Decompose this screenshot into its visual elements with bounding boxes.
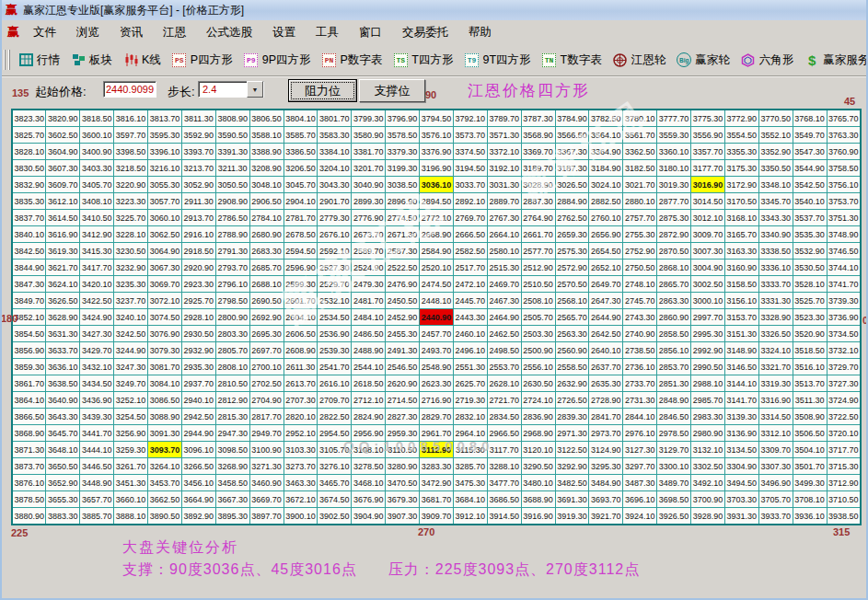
menu-item-0[interactable]: 文件 (23, 22, 66, 43)
grid-cell: 3780.10 (623, 110, 657, 127)
grid-cell: 2613.70 (284, 375, 318, 392)
toolbar-button-winner-wheel[interactable]: Big赢家轮 (677, 52, 730, 68)
menu-item-1[interactable]: 浏览 (66, 22, 110, 43)
menu-item-4[interactable]: 公式选股 (196, 22, 262, 43)
toolbar-button-sectors[interactable]: 板块 (71, 52, 112, 68)
support-button[interactable]: 支撑位 (359, 79, 425, 102)
grid-cell: 3808.90 (215, 110, 249, 127)
grid-cell: 3892.90 (181, 508, 215, 525)
grid-cell: 3211.30 (215, 160, 249, 177)
grid-cell: 3199.30 (386, 160, 420, 177)
grid-cell: 2937.70 (181, 375, 215, 392)
menu-item-5[interactable]: 设置 (262, 22, 306, 43)
toolbar-button-t-table[interactable]: TNT数字表 (542, 52, 602, 68)
grid-cell: 3600.10 (80, 127, 114, 144)
grid-cell: 2702.50 (249, 375, 284, 392)
grid-cell: 3110.50 (386, 442, 420, 458)
grid-cell: 3520.90 (793, 326, 827, 342)
grid-cell: 2920.90 (181, 260, 215, 276)
grid-cell: 3554.50 (724, 127, 758, 144)
toolbar-label-t-table: T数字表 (561, 52, 602, 68)
step-combobox[interactable]: 2.4 ▼ (198, 81, 264, 98)
grid-cell: 3004.90 (691, 260, 725, 276)
grid-cell: 2666.50 (453, 226, 487, 243)
grid-cell: 3861.70 (12, 375, 46, 392)
grid-cell: 3559.30 (657, 127, 691, 144)
grid-cell: 3465.70 (318, 475, 352, 491)
grid-cell: 3756.10 (827, 177, 861, 193)
toolbar-button-kline[interactable]: K线 (123, 52, 161, 68)
grid-cell: 3492.10 (691, 475, 725, 491)
grid-cell: 2740.90 (623, 326, 657, 342)
toolbar-button-9p-square[interactable]: P99P四方形 (244, 52, 311, 68)
grid-cell: 3175.30 (724, 160, 758, 177)
grid-cell: 2594.50 (284, 243, 318, 260)
grid-cell: 3408.10 (80, 193, 114, 210)
grid-cell: 3830.50 (12, 160, 46, 177)
toolbar-button-winner-service[interactable]: $赢家服务 (804, 52, 868, 68)
grid-cell: 3153.70 (724, 309, 758, 326)
grid-cell: 3434.50 (80, 375, 114, 392)
menu-item-8[interactable]: 交易委托 (392, 22, 458, 43)
toolbar-button-p-table[interactable]: PNP数字表 (321, 52, 382, 68)
grid-cell: 3028.90 (521, 177, 555, 193)
menu-item-7[interactable]: 窗口 (349, 22, 392, 43)
grid-cell: 3405.70 (80, 177, 114, 193)
grid-cell: 2457.70 (420, 326, 454, 342)
grid-cell: 3417.70 (80, 260, 114, 276)
grid-cell: 2589.70 (352, 243, 386, 260)
grid-cell: 3938.50 (827, 508, 861, 525)
grid-cell: 3489.70 (657, 475, 691, 491)
combo-dropdown-icon[interactable]: ▼ (247, 81, 263, 98)
grid-cell: 3463.30 (284, 475, 318, 491)
toolbar-button-gann-wheel[interactable]: 江恩轮 (613, 52, 666, 68)
menu-item-2[interactable]: 资讯 (110, 22, 153, 43)
grid-cell: 3098.50 (215, 442, 249, 458)
toolbar-button-hexagon[interactable]: 六角形 (741, 52, 794, 68)
grid-cell: 3792.10 (453, 110, 487, 127)
toolbar-button-9t-square[interactable]: T99T四方形 (464, 52, 530, 68)
menu-item-9[interactable]: 帮助 (458, 22, 502, 43)
grid-cell: 2611.30 (284, 359, 318, 375)
grid-cell: 3026.50 (555, 177, 589, 193)
grid-cell: 3883.30 (46, 508, 80, 525)
grid-cell: 3283.30 (420, 458, 454, 475)
grid-cell: 3660.10 (114, 491, 148, 508)
grid-cell: 2803.30 (215, 326, 249, 342)
grid-cell: 2930.50 (181, 326, 215, 342)
toolbar-button-quotes[interactable]: 行情 (18, 52, 60, 68)
toolbar-button-p-square[interactable]: PSP四方形 (172, 52, 233, 68)
toolbar-gripper (4, 50, 6, 70)
grid-cell: 2824.90 (352, 409, 386, 425)
grid-cell: 3715.30 (827, 458, 861, 475)
grid-cell: 2875.30 (657, 210, 691, 226)
grid-cell: 2940.10 (181, 392, 215, 409)
menu-item-6[interactable]: 工具 (306, 22, 349, 43)
grid-cell: 2743.30 (623, 309, 657, 326)
grid-cell: 3398.50 (114, 144, 148, 160)
grid-cell: 3249.70 (114, 375, 148, 392)
grid-cell: 3708.10 (793, 491, 827, 508)
grid-cell: 2476.90 (386, 276, 420, 293)
grid-cell: 2908.90 (215, 193, 249, 210)
grid-cell: 2709.70 (318, 392, 352, 409)
grid-cell: 3266.50 (181, 458, 215, 475)
grid-cell: 2678.50 (284, 226, 318, 243)
toolbar-button-t-square[interactable]: TST四方形 (393, 52, 453, 68)
grid-cell: 3684.10 (453, 491, 487, 508)
grid-cell: 3230.50 (114, 243, 148, 260)
grid-cell: 2942.50 (181, 409, 215, 425)
grid-cell: 3871.30 (12, 442, 46, 458)
grid-cell: 2788.90 (215, 226, 249, 243)
resistance-button[interactable]: 阻力位 (288, 79, 357, 102)
menu-item-3[interactable]: 江恩 (153, 22, 196, 43)
grid-cell: 3921.70 (589, 508, 623, 525)
start-price-input[interactable] (103, 81, 156, 98)
grid-cell: 3763.30 (827, 127, 861, 144)
grid-cell: 3547.30 (793, 144, 827, 160)
grid-cell: 2812.90 (215, 392, 249, 409)
grid-cell: 3832.90 (12, 177, 46, 193)
grid-cell: 3532.90 (793, 243, 827, 260)
grid-cell: 3696.10 (623, 491, 657, 508)
grid-cell: 3295.30 (589, 458, 623, 475)
